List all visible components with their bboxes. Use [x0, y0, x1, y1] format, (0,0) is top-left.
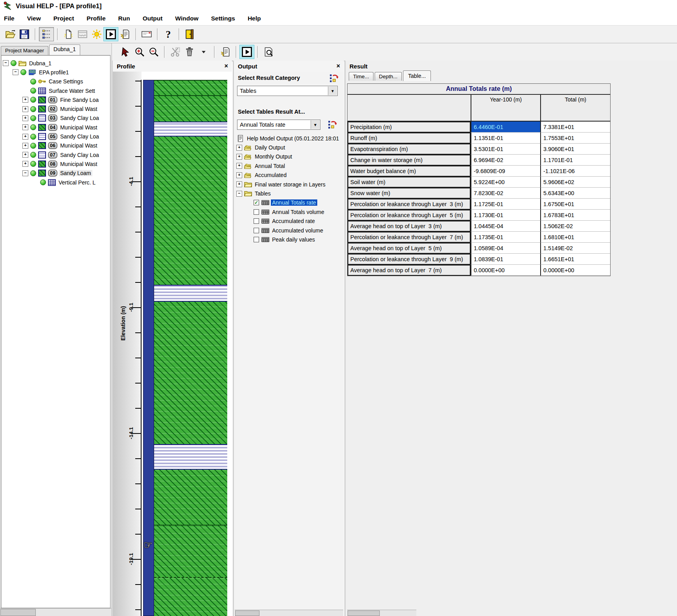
- cell-year100[interactable]: 5.9224E+00: [471, 177, 540, 188]
- soil-layer-green[interactable]: [154, 302, 227, 444]
- soil-layer-green[interactable]: [154, 525, 227, 577]
- expand-icon[interactable]: +: [236, 145, 242, 151]
- run-button[interactable]: [240, 45, 254, 59]
- tree-item[interactable]: Case Settings: [1, 77, 110, 86]
- cell-total[interactable]: 0.0000E+00: [540, 265, 610, 276]
- report-button[interactable]: [218, 45, 232, 59]
- delete-button[interactable]: [182, 45, 197, 59]
- checkbox-unchecked[interactable]: [254, 228, 259, 233]
- cell-total[interactable]: 1.6651E+01: [540, 254, 610, 265]
- cell-total[interactable]: 7.3381E+01: [540, 122, 610, 133]
- checkbox-unchecked[interactable]: [254, 209, 259, 215]
- cut-profile-button[interactable]: [168, 45, 182, 59]
- menu-profile[interactable]: Profile: [86, 15, 105, 22]
- menu-project[interactable]: Project: [53, 15, 74, 22]
- output-tree-item[interactable]: Help Model Output (05.01.2022 18:01: [235, 134, 344, 143]
- close-icon[interactable]: ×: [337, 63, 340, 69]
- cell-year100[interactable]: 1.1730E-01: [471, 210, 540, 221]
- cell-year100[interactable]: 0.0000E+00: [471, 265, 540, 276]
- tree-item[interactable]: +08Municipal Wast: [1, 159, 110, 168]
- profile-view[interactable]: Elevation (m) -4.1-9.1-14.1-19.1 ☞: [113, 72, 232, 616]
- zoom-out-button[interactable]: [147, 45, 161, 59]
- select-arrow-button[interactable]: [118, 45, 132, 59]
- toggle-tree-icon[interactable]: [329, 73, 339, 83]
- mail-button[interactable]: [140, 28, 154, 41]
- tree-item[interactable]: +06Municipal Wast: [1, 141, 110, 150]
- tree-item[interactable]: +04Municipal Wast: [1, 123, 110, 132]
- new-document-button[interactable]: [61, 28, 75, 41]
- tree-item[interactable]: +01Fine Sandy Loa: [1, 95, 110, 104]
- soil-layer-green[interactable]: [154, 136, 227, 285]
- output-tree-item[interactable]: Annual Totals volume: [235, 207, 344, 216]
- cell-total[interactable]: 3.9060E+01: [540, 144, 610, 155]
- menu-view[interactable]: View: [27, 15, 41, 22]
- soil-layer-green[interactable]: [154, 470, 227, 525]
- expand-icon[interactable]: +: [22, 106, 28, 112]
- expand-icon[interactable]: +: [236, 172, 242, 178]
- output-tree-item[interactable]: Peak daily values: [235, 235, 344, 244]
- cell-total[interactable]: 1.1701E-01: [540, 155, 610, 166]
- expand-icon[interactable]: +: [22, 134, 28, 140]
- menu-window[interactable]: Window: [175, 15, 198, 22]
- close-icon[interactable]: ×: [224, 63, 228, 69]
- output-tree-item[interactable]: Accumulated volume: [235, 226, 344, 235]
- run-button[interactable]: [104, 28, 118, 41]
- soil-layer-striped[interactable]: [154, 444, 227, 470]
- scrollbar-thumb[interactable]: [0, 609, 36, 616]
- zoom-in-button[interactable]: [132, 45, 147, 59]
- cell-total[interactable]: 1.6750E+01: [540, 199, 610, 210]
- cell-year100[interactable]: -9.6809E-09: [471, 166, 540, 177]
- print-preview-button[interactable]: [261, 45, 276, 59]
- cell-year100[interactable]: 1.1735E-01: [471, 232, 540, 243]
- report-button[interactable]: [118, 28, 132, 41]
- expand-icon[interactable]: +: [236, 181, 242, 187]
- tab-depth[interactable]: Depth...: [375, 72, 402, 81]
- menu-help[interactable]: Help: [248, 15, 261, 22]
- menu-output[interactable]: Output: [143, 15, 163, 22]
- tree-item[interactable]: −09Sandy Loam: [1, 169, 110, 178]
- output-tree-item[interactable]: +Monthly Output: [235, 152, 344, 161]
- tree-item[interactable]: +07Sandy Clay Loa: [1, 150, 110, 159]
- cell-total[interactable]: 1.6783E+01: [540, 210, 610, 221]
- soil-layer-green[interactable]: [154, 577, 227, 616]
- expand-icon[interactable]: +: [22, 115, 28, 121]
- output-tree-item[interactable]: ✓Annual Totals rate: [235, 198, 344, 207]
- exit-button[interactable]: [183, 28, 197, 41]
- expand-icon[interactable]: +: [22, 152, 28, 158]
- expand-icon[interactable]: +: [22, 97, 28, 103]
- help-button[interactable]: ?: [161, 28, 175, 41]
- scrollbar-thumb[interactable]: [235, 610, 259, 616]
- output-tree-item[interactable]: Accumulated rate: [235, 217, 344, 226]
- collapse-icon[interactable]: −: [3, 60, 9, 66]
- delete-dropdown-button[interactable]: [197, 45, 211, 59]
- soil-layer-green[interactable]: [154, 81, 227, 95]
- cell-year100[interactable]: 1.0839E-01: [471, 254, 540, 265]
- cell-year100[interactable]: 1.0589E-04: [471, 243, 540, 254]
- tree-item[interactable]: Vertical Perc. L: [1, 178, 110, 187]
- weather-button[interactable]: [90, 28, 104, 41]
- result-hscrollbar[interactable]: [347, 610, 416, 616]
- cell-total[interactable]: 1.6810E+01: [540, 232, 610, 243]
- menu-settings[interactable]: Settings: [211, 15, 235, 22]
- output-hscrollbar[interactable]: [235, 610, 343, 616]
- expand-icon[interactable]: +: [236, 154, 242, 160]
- soil-layer-green[interactable]: [154, 95, 227, 122]
- collapse-icon[interactable]: −: [22, 170, 28, 176]
- collapse-icon[interactable]: −: [236, 191, 242, 197]
- project-tree-button[interactable]: [39, 27, 54, 41]
- cell-year100[interactable]: 6.4460E-01: [471, 122, 540, 133]
- save-button[interactable]: [17, 28, 31, 41]
- chevron-down-icon[interactable]: ▼: [311, 120, 320, 129]
- cell-total[interactable]: 1.7553E+01: [540, 133, 610, 144]
- cell-year100[interactable]: 1.1725E-01: [471, 199, 540, 210]
- expand-icon[interactable]: +: [22, 143, 28, 149]
- cell-year100[interactable]: 3.5301E-01: [471, 144, 540, 155]
- checkbox-checked[interactable]: ✓: [254, 200, 259, 205]
- cell-total[interactable]: 5.6343E+00: [540, 188, 610, 199]
- result-category-dropdown[interactable]: Tables ▼: [237, 86, 338, 96]
- tree-item[interactable]: Surface Water Sett: [1, 86, 110, 95]
- collapse-icon[interactable]: −: [13, 69, 18, 75]
- menu-file[interactable]: File: [4, 15, 15, 22]
- cell-year100[interactable]: 6.9694E-02: [471, 155, 540, 166]
- tree-item[interactable]: +03Sandy Clay Loa: [1, 114, 110, 123]
